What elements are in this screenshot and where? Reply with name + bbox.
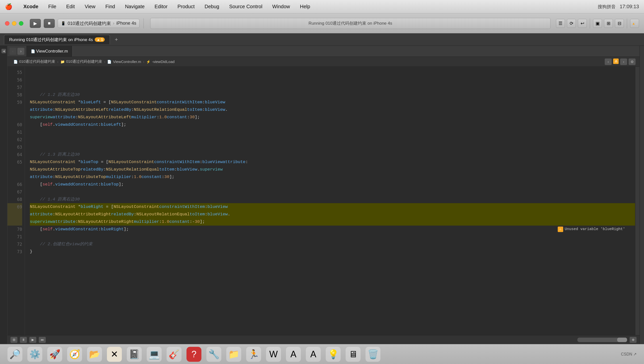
warning-badge[interactable]: ▲ 1 xyxy=(630,19,639,28)
file-tab-label: ViewController.m xyxy=(36,49,68,54)
dock-launchpad[interactable]: 🚀 xyxy=(47,347,62,362)
breadcrumb-label-4: -viewDidLoad xyxy=(152,60,174,64)
right-sidebar-strip xyxy=(640,46,644,344)
tab-bar: Running 010通过代码创建约束 on iPhone 4s ▲ 1 + xyxy=(0,33,644,46)
menu-product[interactable]: Product xyxy=(176,3,196,11)
clock: 17:09:13 xyxy=(620,4,639,10)
toolbar: ▶ ■ 📱 010通过代码创建约束 › iPhone 4s Running 01… xyxy=(0,14,644,33)
debug-toggle[interactable]: ⟳ xyxy=(567,19,576,28)
nav-arrows: ‹ › xyxy=(10,48,24,55)
dock-trash[interactable]: 🗑️ xyxy=(366,347,380,362)
dock: 🔎 ⚙️ 🚀 🧭 📂 ✕ 📓 💻 🎸 ? 🔧 📁 🏃 W A A 💡 🖥 🗑️ … xyxy=(0,344,644,364)
add-tab-button[interactable]: + xyxy=(112,36,120,44)
split-view-btn[interactable]: ⊞ xyxy=(10,337,18,343)
warning-indicator: ⚠ xyxy=(613,59,619,64)
run-button[interactable]: ▶ xyxy=(30,19,41,28)
dock-app16[interactable]: 💡 xyxy=(326,347,341,362)
line-numbers: 55565758596061626364656667686970717273 xyxy=(8,67,25,335)
breadcrumb-label-1: 010通过代码创建约束 xyxy=(19,59,55,64)
menu-view[interactable]: View xyxy=(83,3,97,11)
left-gutter-toggle[interactable]: ◀ xyxy=(2,49,6,53)
menu-help[interactable]: Help xyxy=(298,3,312,11)
apple-menu[interactable]: 🍎 xyxy=(5,3,12,10)
menu-navigate[interactable]: Navigate xyxy=(124,3,146,11)
file-tab-row: ‹ › 📄 ViewController.m xyxy=(8,46,640,57)
nav-forward-btn[interactable]: › xyxy=(18,48,24,55)
menu-source-control[interactable]: Source Control xyxy=(228,3,264,11)
next-issue-btn[interactable]: › xyxy=(620,59,627,65)
dock-files[interactable]: 📂 xyxy=(87,347,102,362)
dock-word[interactable]: W xyxy=(266,347,281,362)
breadcrumb-right-controls: ‹ ⚠ › ⚙ xyxy=(605,59,636,65)
breadcrumb-label-2: 010通过代码创建约束 xyxy=(66,59,102,64)
breakpoints-btn[interactable]: ⏸ xyxy=(20,337,27,343)
dock-app14[interactable]: A xyxy=(286,347,301,362)
navigator-toggle[interactable]: ☰ xyxy=(556,19,565,28)
scheme-selector[interactable]: 📱 010通过代码创建约束 › iPhone 4s xyxy=(58,19,140,28)
separator xyxy=(144,19,144,28)
tab-label: Running 010通过代码创建约束 on iPhone 4s xyxy=(9,37,93,43)
menu-window[interactable]: Window xyxy=(271,3,292,11)
zoom-btn[interactable]: ⊕ xyxy=(630,337,636,343)
nav-back-btn[interactable]: ‹ xyxy=(10,48,16,55)
warning-message: ⚠ Unused variable 'blueRight' xyxy=(558,226,625,233)
breadcrumb-file[interactable]: 📄 ViewController.m xyxy=(105,59,143,64)
breakpoint-toggle[interactable]: ↩ xyxy=(578,19,587,28)
dock-settings[interactable]: ⚙️ xyxy=(27,347,42,362)
input-method-indicator: 搜狗拼音 xyxy=(598,4,616,10)
breadcrumb: 📄 010通过代码创建约束 › 📁 010通过代码创建约束 › 📄 ViewCo… xyxy=(8,57,640,67)
menu-editor[interactable]: Editor xyxy=(153,3,169,11)
tab-running[interactable]: Running 010通过代码创建约束 on iPhone 4s ▲ 1 xyxy=(4,35,110,44)
menubar: 🍎 Xcode File Edit View Find Navigate Edi… xyxy=(0,0,644,14)
menubar-right: 搜狗拼音 17:09:13 xyxy=(598,4,639,10)
dock-app9[interactable]: ? xyxy=(186,347,202,362)
dock-app15[interactable]: A xyxy=(306,347,321,362)
code-content[interactable]: // 1.2 距离左边30 NSLayoutConstraint *blueLe… xyxy=(25,67,635,335)
code-editor[interactable]: 55565758596061626364656667686970717273 /… xyxy=(8,67,640,335)
play-btn[interactable]: ▶ xyxy=(29,337,36,343)
separator2 xyxy=(590,19,590,28)
assistant-editor-btn[interactable]: ⊞ xyxy=(604,19,613,28)
left-sidebar-strip: ◀ xyxy=(0,46,8,344)
dock-app10[interactable]: 🔧 xyxy=(206,347,221,362)
status-text: Running 010通过代码创建约束 on iPhone 4s xyxy=(308,21,392,26)
csdn-badge: CSDN ↗ xyxy=(621,352,636,356)
dock-app5[interactable]: ✕ xyxy=(107,347,122,362)
breadcrumb-method[interactable]: ⚡ -viewDidLoad xyxy=(144,59,176,64)
single-editor-btn[interactable]: ▣ xyxy=(593,19,602,28)
menu-edit[interactable]: Edit xyxy=(65,3,76,11)
dock-app8[interactable]: 🎸 xyxy=(166,347,182,362)
dock-app17[interactable]: 🖥 xyxy=(346,347,360,362)
editor-area: ‹ › 📄 ViewController.m 📄 010通过代码创建约束 › 📁 xyxy=(8,46,640,344)
version-editor-btn[interactable]: ⊟ xyxy=(615,19,624,28)
settings-btn[interactable]: ⚙ xyxy=(628,59,636,65)
scrollbar[interactable] xyxy=(635,67,640,335)
file-tab-viewcontroller[interactable]: 📄 ViewController.m xyxy=(26,46,72,57)
dock-onenote[interactable]: 📓 xyxy=(127,347,142,362)
status-area: Running 010通过代码创建约束 on iPhone 4s xyxy=(150,18,550,29)
menu-file[interactable]: File xyxy=(47,3,58,11)
dock-finder[interactable]: 🔎 xyxy=(8,347,22,362)
dock-filezilla[interactable]: 📁 xyxy=(226,347,241,362)
xcode-window: ▶ ■ 📱 010通过代码创建约束 › iPhone 4s Running 01… xyxy=(0,14,644,364)
tab-warning-badge: ▲ 1 xyxy=(95,37,105,42)
prev-issue-btn[interactable]: ‹ xyxy=(605,59,612,65)
step-over-btn[interactable]: ⏭ xyxy=(39,337,46,343)
menu-find[interactable]: Find xyxy=(104,3,116,11)
dock-terminal[interactable]: 💻 xyxy=(147,347,162,362)
dock-safari[interactable]: 🧭 xyxy=(67,347,82,362)
separator3 xyxy=(627,19,627,28)
scrollbar-horizontal[interactable] xyxy=(577,338,627,342)
breadcrumb-project[interactable]: 📄 010通过代码创建约束 xyxy=(12,59,57,65)
dock-app12[interactable]: 🏃 xyxy=(246,347,261,362)
device-label: iPhone 4s xyxy=(116,21,136,26)
stop-button[interactable]: ■ xyxy=(44,19,55,28)
traffic-lights xyxy=(5,21,23,26)
menu-debug[interactable]: Debug xyxy=(203,3,221,11)
close-button[interactable] xyxy=(5,21,10,26)
breadcrumb-label-3: ViewController.m xyxy=(113,60,141,64)
fullscreen-button[interactable] xyxy=(19,21,23,26)
breadcrumb-folder[interactable]: 📁 010通过代码创建约束 xyxy=(58,59,104,65)
minimize-button[interactable] xyxy=(12,21,16,26)
menu-xcode[interactable]: Xcode xyxy=(22,3,40,11)
